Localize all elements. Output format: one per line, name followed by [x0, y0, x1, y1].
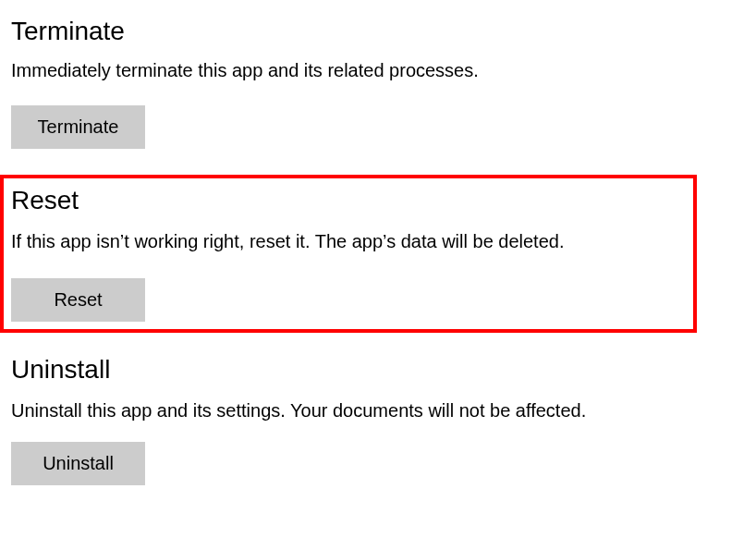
terminate-button[interactable]: Terminate	[11, 105, 145, 149]
uninstall-heading: Uninstall	[11, 355, 756, 385]
uninstall-description: Uninstall this app and its settings. You…	[11, 397, 756, 423]
reset-button[interactable]: Reset	[11, 278, 145, 322]
terminate-heading: Terminate	[11, 17, 756, 46]
terminate-section: Terminate Immediately terminate this app…	[0, 0, 756, 151]
reset-heading: Reset	[11, 186, 686, 215]
reset-highlight-box: Reset If this app isn’t working right, r…	[0, 175, 697, 333]
reset-description: If this app isn’t working right, reset i…	[11, 228, 686, 254]
uninstall-section: Uninstall Uninstall this app and its set…	[0, 333, 756, 485]
terminate-description: Immediately terminate this app and its r…	[11, 57, 756, 83]
uninstall-button[interactable]: Uninstall	[11, 442, 145, 485]
